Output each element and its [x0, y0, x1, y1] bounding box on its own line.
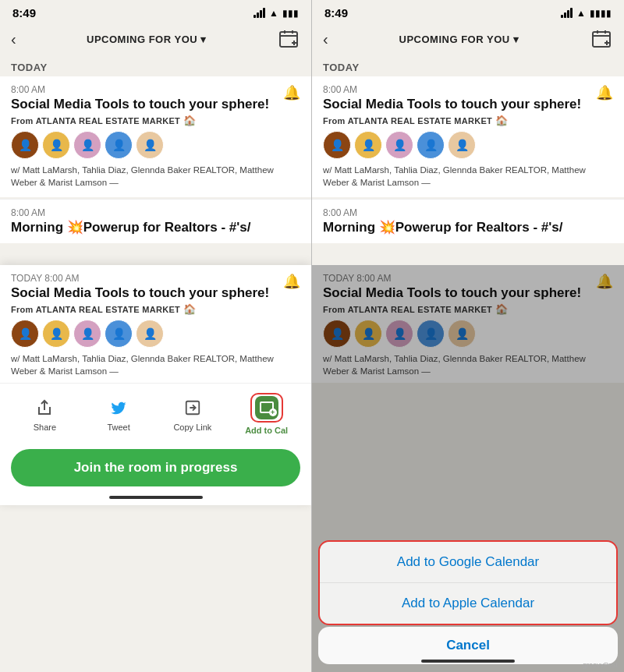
tweet-label-left: Tweet — [107, 423, 129, 432]
wifi-icon-left: ▲ — [269, 8, 278, 19]
event-time-2-right: 8:00 AM — [323, 207, 613, 218]
event-title-2-right: Morning 💥Powerup for Realtors - #'s/ — [323, 220, 613, 235]
modal-avatar-4: 👤 — [105, 320, 133, 348]
header-title-left: UPCOMING FOR YOU ▾ — [87, 34, 207, 45]
right-screen: 8:49 ▲ ▮▮▮▮ ‹ UPCOMING FOR YOU ▾ — [312, 0, 624, 672]
add-to-cal-highlight-left: + — [250, 393, 283, 423]
avatar-5: 👤 — [136, 131, 164, 159]
calendar-icon-right — [591, 29, 612, 49]
status-time-left: 8:49 — [12, 6, 36, 19]
calendar-add-button-left[interactable] — [277, 27, 300, 51]
section-today-right: TODAY — [312, 57, 624, 76]
bell-icon-modal-left: 🔔 — [283, 273, 300, 290]
event-title-1-right: Social Media Tools to touch your sphere! — [323, 97, 613, 112]
watermark: groovyPost — [583, 661, 618, 669]
partial-card-left[interactable]: 8:00 AM Morning 💥Powerup for Realtors - … — [0, 199, 311, 243]
status-icons-left: ▲ ▮▮▮ — [254, 8, 299, 19]
left-screen: 8:49 ▲ ▮▮▮ ‹ UPCOMING FOR YOU ▾ — [0, 0, 312, 672]
home-indicator-left — [109, 496, 203, 499]
copy-link-label-left: Copy Link — [173, 423, 211, 432]
content-right: TODAY 🔔 8:00 AM Social Media Tools to to… — [312, 57, 624, 243]
link-icon-left — [181, 396, 204, 419]
avatar-4: 👤 — [105, 131, 133, 159]
avatar-3: 👤 — [73, 131, 101, 159]
join-button-left[interactable]: Join the room in progress — [11, 449, 300, 486]
battery-icon-right: ▮▮▮▮ — [590, 8, 612, 19]
content-left: TODAY 🔔 8:00 AM Social Media Tools to to… — [0, 57, 311, 243]
modal-event-time-left: TODAY 8:00 AM — [11, 273, 300, 284]
header-left: ‹ UPCOMING FOR YOU ▾ — [0, 23, 311, 57]
battery-icon-left: ▮▮▮ — [282, 8, 299, 19]
event-source-1-right: From ATLANTA REAL ESTATE MARKET 🏠 — [323, 115, 613, 126]
event-time-2-left: 8:00 AM — [11, 207, 300, 218]
partial-card-right[interactable]: 8:00 AM Morning 💥Powerup for Realtors - … — [312, 199, 624, 243]
event-title-2-left: Morning 💥Powerup for Realtors - #'s/ — [11, 220, 300, 235]
status-time-right: 8:49 — [324, 6, 348, 19]
participants-1-right: w/ Matt LaMarsh, Tahlia Diaz, Glennda Ba… — [323, 164, 613, 189]
avatar-r3: 👤 — [385, 131, 413, 159]
avatar-2: 👤 — [42, 131, 70, 159]
header-title-right: UPCOMING FOR YOU ▾ — [399, 34, 519, 45]
header-right: ‹ UPCOMING FOR YOU ▾ — [312, 23, 624, 57]
cancel-button-right[interactable]: Cancel — [318, 627, 618, 664]
signal-icon-left — [254, 8, 265, 18]
event-card-1-right[interactable]: 🔔 8:00 AM Social Media Tools to touch yo… — [312, 76, 624, 197]
calendar-add-button-right[interactable] — [590, 27, 613, 51]
modal-event-title-left: Social Media Tools to touch your sphere! — [11, 285, 300, 301]
avatars-1-left: 👤 👤 👤 👤 👤 — [11, 131, 300, 159]
event-time-1-left: 8:00 AM — [11, 84, 300, 95]
copy-link-action-left[interactable]: Copy Link — [169, 396, 216, 432]
google-calendar-option[interactable]: Add to Google Calendar — [320, 542, 616, 583]
event-title-1-left: Social Media Tools to touch your sphere! — [11, 97, 300, 112]
home-indicator-right — [421, 660, 515, 663]
status-bar-right: 8:49 ▲ ▮▮▮▮ — [312, 0, 624, 23]
avatars-1-right: 👤 👤 👤 👤 👤 — [323, 131, 613, 159]
event-source-1-left: From ATLANTA REAL ESTATE MARKET 🏠 — [11, 115, 300, 126]
avatar-r1: 👤 — [323, 131, 351, 159]
modal-avatar-3: 👤 — [73, 320, 101, 348]
house-icon-modal-left: 🏠 — [183, 303, 196, 315]
modal-participants-left: w/ Matt LaMarsh, Tahlia Diaz, Glennda Ba… — [11, 352, 300, 377]
modal-avatar-2: 👤 — [42, 320, 70, 348]
modal-event-source-left: From ATLANTA REAL ESTATE MARKET 🏠 — [11, 303, 300, 315]
dropdown-arrow-icon-right: ▾ — [513, 34, 519, 45]
bell-icon-1-right: 🔔 — [596, 84, 613, 101]
modal-avatar-1: 👤 — [11, 320, 39, 348]
status-bar-left: 8:49 ▲ ▮▮▮ — [0, 0, 311, 23]
wifi-icon-right: ▲ — [576, 8, 586, 19]
house-icon-1-right: 🏠 — [495, 115, 508, 126]
modal-avatars-left: 👤 👤 👤 👤 👤 — [11, 320, 300, 348]
back-button-right[interactable]: ‹ — [323, 30, 328, 48]
signal-icon-right — [561, 8, 573, 18]
add-to-cal-action-left[interactable]: + Add to Cal — [243, 393, 290, 435]
event-card-1-left[interactable]: 🔔 8:00 AM Social Media Tools to touch yo… — [0, 76, 311, 197]
avatar-r4: 👤 — [417, 131, 445, 159]
section-today-left: TODAY — [0, 57, 311, 76]
modal-avatar-5: 👤 — [136, 320, 164, 348]
action-bar-left: Share Tweet — [0, 383, 311, 441]
twitter-icon-left — [107, 396, 130, 419]
share-action-left[interactable]: Share — [21, 396, 68, 432]
event-time-1-right: 8:00 AM — [323, 84, 613, 95]
calendar-icon-left — [278, 29, 299, 49]
modal-card-left: 🔔 TODAY 8:00 AM Social Media Tools to to… — [0, 265, 311, 505]
dropdown-arrow-icon: ▾ — [200, 34, 207, 45]
status-icons-right: ▲ ▮▮▮▮ — [561, 8, 612, 19]
house-icon-1-left: 🏠 — [183, 115, 196, 126]
share-label-left: Share — [34, 423, 56, 432]
avatar-r2: 👤 — [354, 131, 382, 159]
tweet-action-left[interactable]: Tweet — [95, 396, 142, 432]
share-icon-left — [33, 396, 56, 419]
avatar-1: 👤 — [11, 131, 39, 159]
apple-calendar-option[interactable]: Add to Apple Calendar — [320, 583, 616, 624]
bell-icon-1-left: 🔔 — [283, 84, 300, 101]
add-to-cal-icon-left: + — [255, 396, 278, 419]
add-to-cal-label-left: Add to Cal — [245, 426, 288, 435]
participants-1-left: w/ Matt LaMarsh, Tahlia Diaz, Glennda Ba… — [11, 164, 300, 189]
back-button-left[interactable]: ‹ — [11, 30, 16, 48]
avatar-r5: 👤 — [448, 131, 476, 159]
